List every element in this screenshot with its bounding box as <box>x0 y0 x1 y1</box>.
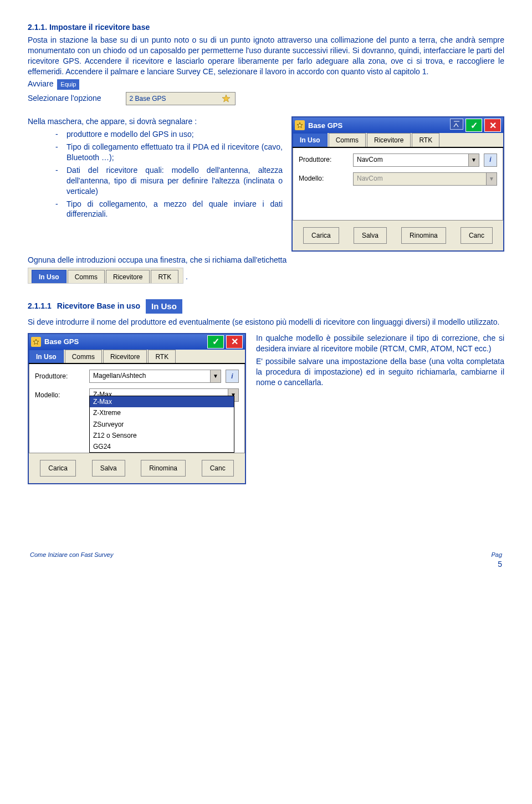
canc-button[interactable]: Canc <box>461 227 493 244</box>
rinomina-button[interactable]: Rinomina <box>401 227 446 244</box>
salva-button[interactable]: Salva <box>354 227 387 244</box>
ok-button[interactable]: ✓ <box>207 335 224 349</box>
produttore-dropdown[interactable]: Magellan/Ashtech ▼ <box>89 370 221 383</box>
modello-options-list[interactable]: Z-Max Z-Xtreme ZSurveyor Z12 o Sensore G… <box>89 396 234 453</box>
avviare-label: Avviare <box>28 79 53 88</box>
option-label: 2 Base GPS <box>130 94 166 103</box>
tabs-illustration: In Uso Comms Ricevitore RTK <box>28 268 183 284</box>
tab-in-uso[interactable]: In Uso <box>32 270 66 283</box>
info-button[interactable]: i <box>226 370 239 383</box>
tab-comms[interactable]: Comms <box>329 133 366 146</box>
produttore-label: Produttore: <box>35 372 85 381</box>
mask-intro: Nella maschera, che appare, si dovrà seg… <box>28 116 283 127</box>
tab-comms[interactable]: Comms <box>68 270 105 283</box>
tab-in-uso[interactable]: In Uso <box>293 133 328 146</box>
modello-value: NavCom <box>354 173 486 185</box>
produttore-value: Magellan/Ashtech <box>90 370 210 382</box>
tab-rtk[interactable]: RTK <box>412 133 439 146</box>
app-icon <box>295 120 305 130</box>
right-para-1: In qualche modello è possibile seleziona… <box>256 333 504 354</box>
chevron-down-icon[interactable]: ▼ <box>468 154 479 166</box>
produttore-label: Produttore: <box>299 155 349 164</box>
tab-rtk[interactable]: RTK <box>151 270 178 283</box>
option-2-base-gps[interactable]: 2 Base GPS <box>126 92 236 105</box>
modello-label: Modello: <box>35 391 85 400</box>
tab-in-uso[interactable]: In Uso <box>29 350 64 363</box>
footer-num: 5 <box>498 560 502 569</box>
base-gps-window-1: Base GPS ✓ ✕ In Uso Comms Ricevitore RTK… <box>291 116 504 251</box>
close-button[interactable]: ✕ <box>484 119 501 132</box>
sub-number: 2.1.1.1 <box>28 301 52 311</box>
modello-label: Modello: <box>299 174 349 183</box>
equip-chip[interactable]: Equip <box>57 79 79 90</box>
ok-button[interactable]: ✓ <box>466 119 482 132</box>
info-button[interactable]: i <box>484 153 497 167</box>
modello-dropdown: NavCom ▼ <box>353 172 497 186</box>
tool-icon[interactable] <box>450 119 463 130</box>
chevron-down-icon[interactable]: ▼ <box>210 370 221 382</box>
canc-button[interactable]: Canc <box>202 460 234 477</box>
bullet-0: produttore e modello del GPS in uso; <box>66 129 194 140</box>
close-button[interactable]: ✕ <box>226 335 243 349</box>
bullet-1: Tipo di collegamento effettuato tra il P… <box>66 142 283 163</box>
produttore-value: NavCom <box>354 154 468 166</box>
tab-comms[interactable]: Comms <box>65 350 102 363</box>
sub-body: Si deve introdurre il nome del produttor… <box>28 317 504 327</box>
option-zsurveyor[interactable]: ZSurveyor <box>90 419 234 430</box>
in-uso-chip: In Uso <box>146 299 182 314</box>
after-bullets: Ognuna delle introduzioni occupa una fin… <box>28 255 504 265</box>
rinomina-button[interactable]: Rinomina <box>141 460 186 477</box>
option-zmax[interactable]: Z-Max <box>90 396 234 407</box>
option-gg24[interactable]: GG24 <box>90 441 234 452</box>
footer-left: Come Iniziare con Fast Survey <box>30 551 113 570</box>
tab-rtk[interactable]: RTK <box>148 350 176 363</box>
window-title: Base GPS <box>308 121 342 131</box>
window-title: Base GPS <box>44 337 79 347</box>
selezionare-label: Selezionare l'opzione <box>28 94 101 103</box>
carica-button[interactable]: Carica <box>303 227 339 244</box>
app-icon <box>31 337 41 347</box>
bullet-3: Tipo di collegamento, a mezzo del quale … <box>66 199 283 220</box>
svg-marker-1 <box>297 122 303 128</box>
salva-button[interactable]: Salva <box>92 460 125 477</box>
chevron-down-icon: ▼ <box>486 173 497 185</box>
tab-ricevitore[interactable]: Ricevitore <box>103 350 147 363</box>
tab-ricevitore[interactable]: Ricevitore <box>106 270 150 283</box>
bullet-2: Dati del ricevitore quali: modello dell'… <box>66 165 283 197</box>
footer-pag: Pag <box>491 551 502 558</box>
satellite-icon <box>222 94 231 103</box>
svg-marker-2 <box>33 339 39 345</box>
section-body-1: Posta in stazione la base su di un punto… <box>28 35 504 77</box>
option-zxtreme[interactable]: Z-Xtreme <box>90 407 234 418</box>
produttore-dropdown[interactable]: NavCom ▼ <box>353 153 479 167</box>
option-z12[interactable]: Z12 o Sensore <box>90 430 234 441</box>
sub-title: Ricevitore Base in uso <box>57 301 140 311</box>
section-title: Impostare il ricevitore base <box>49 23 150 32</box>
tab-ricevitore[interactable]: Ricevitore <box>367 133 411 146</box>
section-number: 2.1.1. <box>28 23 47 32</box>
right-para-2: E' possibile salvare una impostazione de… <box>256 356 504 388</box>
carica-button[interactable]: Carica <box>40 460 76 477</box>
base-gps-window-2: Base GPS ✓ ✕ In Uso Comms Ricevitore RTK… <box>28 333 246 484</box>
svg-marker-0 <box>222 95 230 102</box>
